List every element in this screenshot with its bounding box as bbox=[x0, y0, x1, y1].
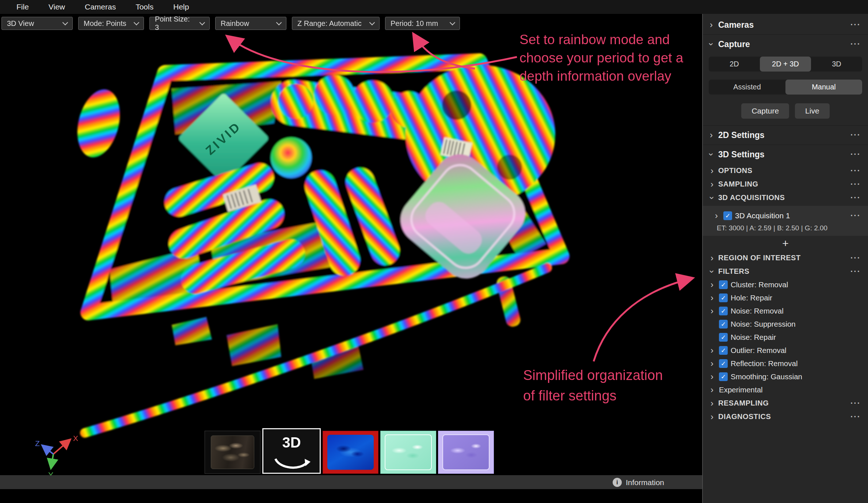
acquisition-label: 3D Acquisition 1 bbox=[735, 211, 790, 220]
chevron-right-icon bbox=[708, 293, 716, 302]
filter-checkbox[interactable] bbox=[719, 293, 728, 302]
acquisition-checkbox[interactable] bbox=[723, 211, 732, 220]
capture-buttons: Capture Live bbox=[703, 103, 868, 119]
acquisition-block: 3D Acquisition 1 ET: 3000 | A: 2.59 | B:… bbox=[703, 206, 868, 236]
thumbnail-normal-map[interactable] bbox=[438, 431, 494, 474]
more-options-icon[interactable] bbox=[850, 412, 861, 422]
live-button[interactable]: Live bbox=[795, 103, 830, 119]
more-options-icon[interactable] bbox=[850, 39, 861, 49]
thumbnail-2d-color[interactable] bbox=[205, 431, 260, 474]
thumbnail-snr-map[interactable] bbox=[380, 431, 436, 474]
capture-button[interactable]: Capture bbox=[741, 103, 789, 119]
thumbnail-3d-view-selected[interactable]: 3D bbox=[262, 428, 321, 474]
subsection-3d-acquisitions[interactable]: 3D ACQUISITIONS bbox=[703, 191, 868, 204]
filter-label: Noise: Removal bbox=[731, 307, 784, 315]
filter-row-experimental[interactable]: Experimental bbox=[703, 383, 868, 396]
sidebar-section-capture[interactable]: Capture bbox=[703, 35, 868, 54]
info-icon[interactable] bbox=[613, 478, 622, 487]
menu-cameras[interactable]: Cameras bbox=[75, 3, 126, 11]
filter-checkbox[interactable] bbox=[719, 372, 728, 381]
annotation-filters-note: Simplified organization of filter settin… bbox=[523, 365, 663, 406]
filter-row-reflection-removal[interactable]: Reflection: Removal bbox=[703, 357, 868, 370]
status-label: Information bbox=[626, 478, 664, 487]
tab-3d[interactable]: 3D bbox=[811, 57, 862, 72]
chevron-right-icon bbox=[708, 359, 716, 368]
dropdown-label: Point Size: 3 bbox=[155, 15, 195, 32]
filter-row-hole-repair[interactable]: Hole: Repair bbox=[703, 291, 868, 304]
filter-label: Noise: Repair bbox=[731, 333, 776, 342]
sidebar-section-3d-settings[interactable]: 3D Settings bbox=[703, 145, 868, 164]
tab-2d-plus-3d[interactable]: 2D + 3D bbox=[760, 57, 811, 72]
filter-row-noise-suppression[interactable]: Noise: Suppression bbox=[703, 318, 868, 331]
filter-row-noise-repair[interactable]: Noise: Repair bbox=[703, 331, 868, 344]
acquisition-details: ET: 3000 | A: 2.59 | B: 2.50 | G: 2.00 bbox=[703, 223, 868, 232]
subsection-region-of-interest[interactable]: REGION OF INTEREST bbox=[703, 251, 868, 265]
sidebar-section-2d-settings[interactable]: 2D Settings bbox=[703, 126, 868, 145]
dropdown-view-mode[interactable]: 3D View bbox=[1, 17, 73, 30]
subsection-resampling[interactable]: RESAMPLING bbox=[703, 396, 868, 410]
viewport-3d[interactable]: ZIVID 3D View Mode: Points Point Size: 3… bbox=[0, 14, 702, 489]
thumbnail-normal-preview bbox=[442, 434, 490, 470]
annotation-line: depth information overlay bbox=[519, 67, 683, 85]
menu-help[interactable]: Help bbox=[163, 3, 199, 11]
app-window: File View Cameras Tools Help bbox=[0, 0, 868, 503]
section-title: Cameras bbox=[718, 20, 754, 30]
thumbnail-strip: 3D bbox=[205, 428, 494, 474]
more-options-icon[interactable] bbox=[850, 130, 861, 140]
filter-checkbox[interactable] bbox=[719, 320, 728, 329]
more-options-icon[interactable] bbox=[850, 211, 861, 220]
more-options-icon[interactable] bbox=[850, 253, 861, 263]
dropdown-render-mode[interactable]: Mode: Points bbox=[78, 17, 144, 30]
sidebar: Cameras Capture 2D 2D + 3D 3D Assisted M… bbox=[702, 14, 868, 503]
filter-checkbox[interactable] bbox=[719, 307, 728, 315]
thumbnail-depth-map[interactable] bbox=[323, 431, 378, 474]
filter-checkbox[interactable] bbox=[719, 280, 728, 289]
filter-label: Hole: Repair bbox=[731, 293, 772, 302]
annotation-line: Set to rainbow mode and bbox=[519, 31, 683, 49]
menu-view[interactable]: View bbox=[39, 3, 75, 11]
chevron-right-icon bbox=[708, 399, 716, 408]
tab-manual[interactable]: Manual bbox=[785, 80, 862, 95]
more-options-icon[interactable] bbox=[850, 267, 861, 276]
more-options-icon[interactable] bbox=[850, 20, 861, 30]
more-options-icon[interactable] bbox=[850, 150, 861, 159]
dropdown-point-size[interactable]: Point Size: 3 bbox=[149, 17, 210, 30]
more-options-icon[interactable] bbox=[850, 166, 861, 176]
subsection-filters[interactable]: FILTERS bbox=[703, 265, 868, 278]
filter-checkbox[interactable] bbox=[719, 359, 728, 368]
subsection-sampling[interactable]: SAMPLING bbox=[703, 177, 868, 191]
menubar: File View Cameras Tools Help bbox=[0, 0, 868, 14]
filter-checkbox[interactable] bbox=[719, 333, 728, 342]
dropdown-color-mode[interactable]: Rainbow bbox=[215, 17, 286, 30]
chevron-right-icon bbox=[707, 131, 715, 139]
chevron-right-icon bbox=[708, 372, 716, 381]
filter-checkbox[interactable] bbox=[719, 346, 728, 355]
add-acquisition-button[interactable]: + bbox=[703, 236, 868, 251]
chevron-down-icon bbox=[62, 19, 68, 25]
subsection-options[interactable]: OPTIONS bbox=[703, 164, 868, 177]
filter-row-outlier-removal[interactable]: Outlier: Removal bbox=[703, 344, 868, 357]
sidebar-section-cameras[interactable]: Cameras bbox=[703, 15, 868, 34]
dropdown-period[interactable]: Period: 10 mm bbox=[385, 17, 460, 30]
more-options-icon[interactable] bbox=[850, 399, 861, 408]
rotate-3d-icon bbox=[273, 457, 311, 470]
annotation-line: of filter settings bbox=[523, 385, 663, 406]
more-options-icon[interactable] bbox=[850, 193, 861, 203]
filter-row-smoothing-gaussian[interactable]: Smoothing: Gaussian bbox=[703, 370, 868, 383]
filter-row-cluster-removal[interactable]: Cluster: Removal bbox=[703, 278, 868, 291]
acquisition-row[interactable]: 3D Acquisition 1 bbox=[703, 209, 868, 223]
toolbar: 3D View Mode: Points Point Size: 3 Rainb… bbox=[1, 17, 460, 30]
filter-label: Reflection: Removal bbox=[731, 359, 797, 368]
dropdown-z-range[interactable]: Z Range: Automatic bbox=[292, 17, 380, 30]
menu-file[interactable]: File bbox=[7, 3, 39, 11]
more-options-icon[interactable] bbox=[850, 180, 861, 189]
dropdown-label: Mode: Points bbox=[84, 19, 126, 28]
chevron-right-icon bbox=[712, 211, 720, 220]
subsection-title: FILTERS bbox=[718, 267, 749, 276]
filter-row-noise-removal[interactable]: Noise: Removal bbox=[703, 304, 868, 318]
subsection-diagnostics[interactable]: DIAGNOSTICS bbox=[703, 410, 868, 423]
tab-assisted[interactable]: Assisted bbox=[709, 80, 785, 95]
thumbnail-3d-label: 3D bbox=[263, 434, 320, 451]
tab-2d[interactable]: 2D bbox=[709, 57, 760, 72]
menu-tools[interactable]: Tools bbox=[126, 3, 163, 11]
